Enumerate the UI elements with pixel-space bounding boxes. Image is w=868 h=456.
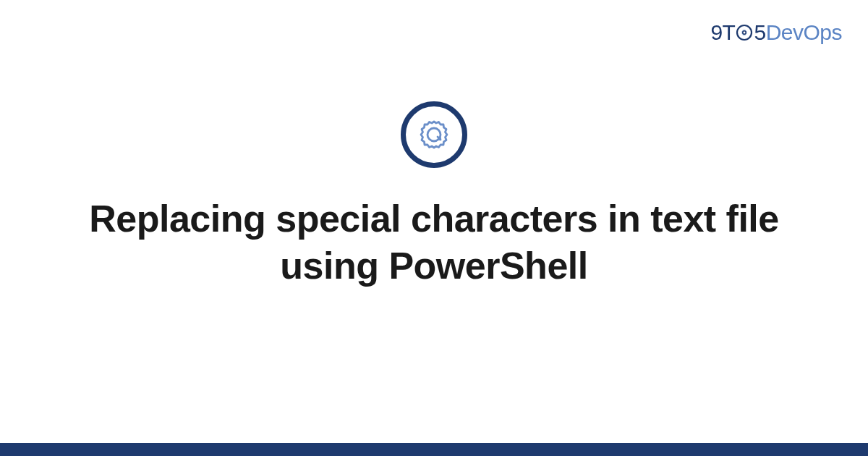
svg-point-3: [438, 138, 440, 139]
main-content: Replacing special characters in text fil…: [0, 0, 868, 456]
page-title: Replacing special characters in text fil…: [80, 195, 788, 290]
footer-bar: [0, 443, 868, 456]
hero-icon-circle: [401, 101, 467, 168]
gear-icon: [414, 114, 454, 155]
